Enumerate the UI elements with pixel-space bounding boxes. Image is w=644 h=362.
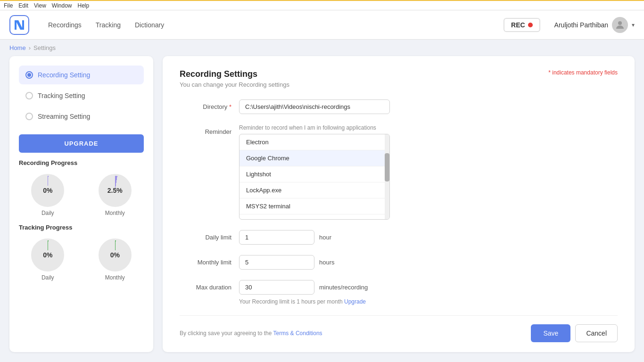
menu-window[interactable]: Window <box>52 2 72 9</box>
recording-monthly-label: Monthly <box>99 210 132 216</box>
directory-label: Directory * <box>180 99 231 110</box>
monthly-limit-row: Monthly limit hours <box>180 255 618 270</box>
tracking-daily-circle: 0% <box>31 239 64 272</box>
menu-edit[interactable]: Edit <box>18 2 28 9</box>
sidebar-item-tracking-setting[interactable]: Tracking Setting <box>19 86 144 105</box>
max-duration-label: Max duration <box>180 280 231 291</box>
upgrade-button[interactable]: UPGRADE <box>19 134 144 153</box>
recording-progress-row: 0% Daily 2.5% Monthly <box>19 174 144 216</box>
daily-limit-unit: hour <box>319 234 331 241</box>
dropdown-item-edge[interactable]: Microsoft Edge <box>239 214 389 219</box>
main-layout: Recording Setting Tracking Setting Strea… <box>0 56 644 362</box>
reminder-row: Reminder Reminder to record when I am in… <box>180 124 618 220</box>
max-duration-input[interactable] <box>239 280 314 295</box>
directory-input[interactable] <box>239 99 390 114</box>
avatar <box>612 17 628 33</box>
reminder-dropdown-container: Reminder to record when I am in followin… <box>239 124 390 220</box>
recording-daily-label: Daily <box>31 210 64 216</box>
save-button[interactable]: Save <box>531 324 570 342</box>
recording-monthly-pct: 2.5% <box>107 187 123 194</box>
tracking-daily-wrap: 0% Daily <box>31 239 64 281</box>
tracking-daily-pct: 0% <box>43 251 52 259</box>
radio-streaming <box>25 113 33 120</box>
monthly-limit-form: hours <box>239 255 335 270</box>
daily-limit-input[interactable] <box>239 230 314 245</box>
sidebar-label-tracking: Tracking Setting <box>38 92 85 99</box>
daily-limit-label: Daily limit <box>180 230 231 241</box>
user-name: Aruljothi Parthiban <box>554 21 608 29</box>
recording-monthly-circle: 2.5% <box>99 174 132 207</box>
monthly-limit-unit: hours <box>319 259 335 266</box>
menu-help[interactable]: Help <box>78 2 90 9</box>
upgrade-link[interactable]: Upgrade <box>344 298 366 305</box>
dropdown-item-electron[interactable]: Electron <box>239 134 389 150</box>
nav-recordings[interactable]: Recordings <box>48 21 82 29</box>
limit-note: Your Recording limit is 1 hours per mont… <box>239 298 368 305</box>
terms-link[interactable]: Terms & Conditions <box>273 330 322 337</box>
svg-point-1 <box>618 21 622 25</box>
nav-tracking[interactable]: Tracking <box>96 21 121 29</box>
menu-view[interactable]: View <box>34 2 46 9</box>
breadcrumb: Home › Settings <box>0 40 644 56</box>
dropdown-scrollbar[interactable] <box>385 134 389 219</box>
panel-footer: By clicking save your agreeing to the Te… <box>180 315 618 342</box>
radio-tracking <box>25 92 33 99</box>
daily-limit-row: Daily limit hour <box>180 230 618 245</box>
recording-daily-wrap: 0% Daily <box>31 174 64 216</box>
menu-file[interactable]: File <box>4 2 13 9</box>
nav-dictionary[interactable]: Dictionary <box>135 21 164 29</box>
rec-button[interactable]: REC <box>504 18 540 32</box>
recording-progress-title: Recording Progress <box>19 159 144 166</box>
mandatory-note: * indicates mandatory fields <box>548 69 618 76</box>
directory-row: Directory * <box>180 99 618 114</box>
tracking-daily-label: Daily <box>31 274 64 281</box>
dropdown-item-chrome[interactable]: Google Chrome <box>239 150 389 166</box>
dropdown-list-inner: Electron Google Chrome Lightshot LockApp… <box>239 134 389 219</box>
tracking-monthly-wrap: 0% Monthly <box>99 239 132 281</box>
dropdown-item-lightshot[interactable]: Lightshot <box>239 166 389 182</box>
monthly-limit-label: Monthly limit <box>180 255 231 266</box>
content-panel: Recording Settings You can change your R… <box>163 56 635 352</box>
sidebar-label-recording: Recording Setting <box>38 71 90 79</box>
recording-monthly-wrap: 2.5% Monthly <box>99 174 132 216</box>
radio-recording <box>25 71 33 79</box>
max-duration-unit: minutes/recording <box>319 284 368 291</box>
sidebar-label-streaming: Streaming Setting <box>38 113 90 120</box>
breadcrumb-home[interactable]: Home <box>9 44 26 51</box>
sidebar-item-streaming-setting[interactable]: Streaming Setting <box>19 107 144 126</box>
recording-daily-circle: 0% <box>31 174 64 207</box>
tracking-monthly-circle: 0% <box>99 239 132 272</box>
tracking-monthly-label: Monthly <box>99 274 132 281</box>
dropdown-item-lockapp[interactable]: LockApp.exe <box>239 182 389 198</box>
sidebar: Recording Setting Tracking Setting Strea… <box>9 56 153 352</box>
dropdown-item-msys2[interactable]: MSYS2 terminal <box>239 198 389 214</box>
footer-note: By clicking save your agreeing to the Te… <box>180 330 322 337</box>
reminder-dropdown-list[interactable]: Electron Google Chrome Lightshot LockApp… <box>239 134 390 220</box>
tracking-progress-title: Tracking Progress <box>19 224 144 231</box>
cancel-button[interactable]: Cancel <box>575 324 618 342</box>
svg-marker-0 <box>15 20 24 30</box>
reminder-note: Reminder to record when I am in followin… <box>239 124 390 131</box>
tracking-monthly-pct: 0% <box>110 251 120 259</box>
breadcrumb-current: Settings <box>33 44 56 51</box>
tracking-progress-section: Tracking Progress 0% Daily 0% Monthly <box>19 224 144 281</box>
required-star: * <box>229 103 231 110</box>
top-nav: Recordings Tracking Dictionary REC Arulj… <box>0 10 644 40</box>
tracking-progress-row: 0% Daily 0% Monthly <box>19 239 144 281</box>
recording-progress-section: Recording Progress 0% Daily 2.5% Monthly <box>19 159 144 216</box>
sidebar-item-recording-setting[interactable]: Recording Setting <box>19 66 144 84</box>
menu-bar: File Edit View Window Help <box>0 0 644 10</box>
dropdown-scrollbar-thumb <box>385 153 389 181</box>
rec-dot <box>528 23 533 27</box>
user-area[interactable]: Aruljothi Parthiban ▾ <box>554 17 635 33</box>
nav-links: Recordings Tracking Dictionary <box>48 21 489 29</box>
max-duration-row: Max duration minutes/recording Your Reco… <box>180 280 618 305</box>
monthly-limit-input[interactable] <box>239 255 314 270</box>
breadcrumb-separator: › <box>29 44 31 51</box>
daily-limit-form: hour <box>239 230 331 245</box>
footer-buttons: Save Cancel <box>531 324 618 342</box>
reminder-label: Reminder <box>180 124 231 135</box>
logo[interactable] <box>9 15 29 35</box>
max-duration-col: minutes/recording Your Recording limit i… <box>239 280 368 305</box>
max-duration-form: minutes/recording <box>239 280 368 295</box>
